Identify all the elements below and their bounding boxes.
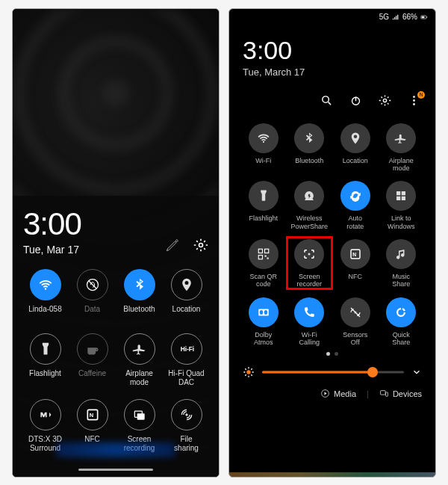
quick-tiles-grid: Linda-058 Data Bluetooth Location Flashl… [23, 269, 208, 453]
tile-label: Music Share [392, 273, 410, 288]
battery-icon [420, 13, 428, 21]
dolby-icon [249, 297, 279, 327]
screenrec-icon [124, 399, 155, 430]
action-row: N [243, 94, 422, 110]
tile-label: Flashlight [29, 369, 61, 386]
media-label: Media [334, 389, 356, 398]
date: Tue, March 17 [243, 67, 422, 78]
sensors-icon [340, 297, 370, 327]
phone-right: 5G 66% 3:00 Tue, March 17 N Wi-Fi Blueto… [228, 8, 436, 478]
search-button[interactable] [320, 94, 333, 110]
tile-flashlight[interactable]: Flashlight [23, 333, 67, 387]
status-bar: 5G 66% [229, 9, 435, 25]
tile-label: Screen recorder [296, 273, 322, 288]
tile-nfc[interactable]: NFC [335, 239, 376, 288]
tile-label: Flashlight [249, 214, 278, 229]
expand-brightness-icon[interactable] [411, 367, 422, 377]
devices-icon [379, 389, 389, 398]
tile-powershare[interactable]: Wireless PowerShare [289, 181, 331, 230]
separator: | [367, 389, 369, 398]
tile-bluetooth[interactable]: Bluetooth [289, 123, 331, 173]
tile-wifi[interactable]: Wi-Fi [243, 123, 284, 173]
autorotate-icon [340, 181, 370, 211]
powershare-icon [294, 181, 324, 211]
page-dot-active [326, 352, 330, 356]
tile-label: Airplane mode [389, 157, 414, 173]
fileshare-icon [171, 399, 202, 430]
clock: 3:00 [243, 36, 422, 65]
network-type: 5G [379, 13, 389, 21]
gear-icon [379, 94, 391, 107]
wifi-icon [249, 123, 279, 153]
edit-icon[interactable] [165, 238, 180, 253]
brightness-icon [243, 366, 255, 378]
tile-autorotate[interactable]: Auto rotate [335, 181, 376, 230]
qr-icon [249, 239, 279, 269]
tile-location[interactable]: Location [335, 123, 376, 173]
tile-label: Wireless PowerShare [290, 214, 328, 230]
bluetooth-icon [124, 269, 155, 300]
brightness-row [243, 363, 422, 381]
airplane-icon [124, 333, 155, 365]
tile-wifi[interactable]: Linda-058 [23, 269, 67, 321]
tile-label: Caffeine [78, 369, 106, 386]
tile-musicshare[interactable]: Music Share [381, 239, 423, 288]
data-icon [77, 269, 108, 300]
power-button[interactable] [349, 94, 362, 110]
brightness-slider[interactable] [262, 363, 404, 381]
tile-sensors[interactable]: Sensors Off [335, 297, 376, 347]
tile-label: Bluetooth [295, 157, 323, 172]
settings-button[interactable] [379, 94, 391, 110]
tile-wificall[interactable]: Wi-Fi Calling [289, 297, 331, 347]
tile-label: Location [343, 157, 368, 172]
tile-label: Location [172, 305, 201, 321]
devices-button[interactable]: Devices [379, 389, 422, 398]
page-dot [335, 352, 338, 356]
tile-label: Quick Share [392, 331, 410, 347]
media-button[interactable]: Media [320, 389, 356, 398]
tile-quickshare[interactable]: Quick Share [381, 297, 423, 347]
tile-location[interactable]: Location [164, 269, 208, 321]
tile-dolby[interactable]: Dolby Atmos [243, 297, 284, 347]
flashlight-icon [30, 333, 61, 365]
tile-airplane[interactable]: Airplane mode [117, 333, 161, 387]
tile-airplane[interactable]: Airplane mode [381, 123, 423, 173]
tile-bluetooth[interactable]: Bluetooth [117, 269, 161, 321]
tile-linkwin[interactable]: Link to Windows [381, 181, 423, 230]
wificall-icon [294, 297, 324, 327]
hifi-dac-icon [171, 333, 202, 365]
bottom-actions: Media | Devices [243, 389, 422, 398]
tile-flashlight[interactable]: Flashlight [243, 181, 284, 230]
tile-label: Linda-058 [28, 305, 61, 321]
tile-data[interactable]: Data [70, 269, 114, 321]
tile-label: Wi-Fi [255, 157, 271, 172]
dtsx-icon [30, 399, 61, 430]
tile-hifi-dac[interactable]: Hi-Fi Quad DAC [164, 333, 208, 387]
tile-label: Link to Windows [388, 214, 415, 230]
location-icon [171, 269, 202, 300]
airplane-icon [386, 123, 416, 153]
musicshare-icon [386, 239, 416, 269]
page-indicator[interactable] [243, 352, 422, 356]
notification-badge: N [417, 91, 425, 99]
tile-caffeine[interactable]: Caffeine [70, 333, 114, 387]
dock-glow [56, 442, 175, 457]
settings-icon[interactable] [193, 238, 208, 253]
wifi-icon [30, 269, 61, 300]
location-icon [340, 123, 370, 153]
home-indicator[interactable] [78, 469, 153, 471]
tile-label: NFC [349, 273, 363, 288]
tile-label: Bluetooth [123, 305, 155, 321]
tile-qr[interactable]: Scan QR code [243, 239, 284, 288]
home-indicator[interactable] [229, 472, 435, 477]
tile-label: Sensors Off [343, 331, 367, 347]
quickshare-icon [386, 297, 416, 327]
more-button[interactable]: N [408, 94, 420, 110]
phone-left: 44% 3:00 Tue, Mar 17 Linda-058 Data Blue… [12, 8, 220, 478]
tile-label: Wi-Fi Calling [299, 331, 320, 347]
signal-icon [392, 13, 399, 21]
nfc-icon [340, 239, 370, 269]
tile-screenrec[interactable]: Screen recorder [289, 239, 331, 288]
screenrec-icon [294, 239, 324, 269]
search-icon [320, 94, 333, 107]
